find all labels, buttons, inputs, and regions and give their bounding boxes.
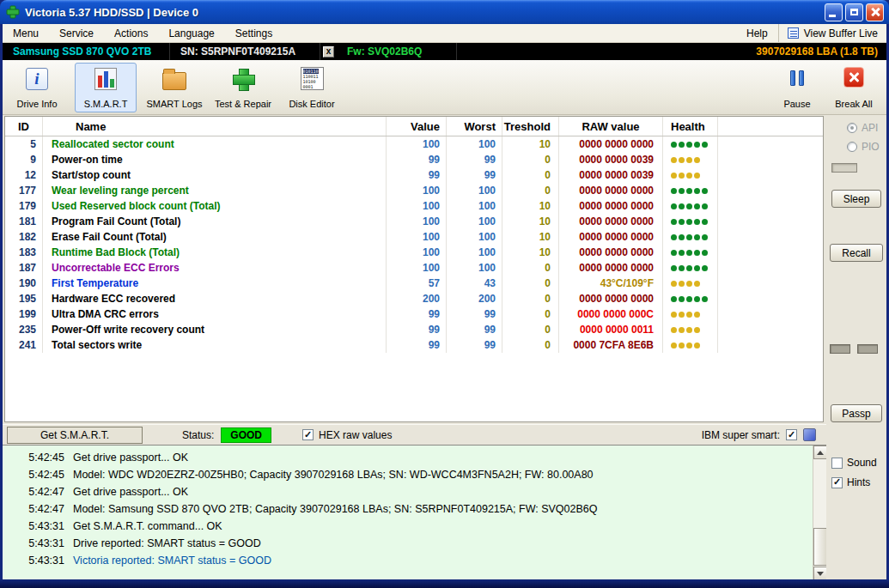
health-dot [694,327,700,333]
cell-filler [718,152,823,167]
table-row[interactable]: 12Start/stop count999900000 0000 0039 [5,167,823,183]
table-row[interactable]: 183Runtime Bad Block (Total)100100100000… [5,245,823,260]
test-repair-button[interactable]: Test & Repair [212,63,274,112]
pio-radio[interactable]: PIO [847,141,880,153]
smart-logs-button[interactable]: SMART Logs [143,63,205,112]
table-row[interactable]: 235Power-Off write recovery count9999000… [5,322,823,337]
table-row[interactable]: 187Uncorrectable ECC Errors10010000000 0… [5,260,823,276]
ibm-super-smart-row[interactable]: IBM super smart: [702,428,816,441]
hex-raw-values-row[interactable]: HEX raw values [302,429,392,441]
recall-button[interactable]: Recall [830,244,883,262]
health-dot [679,327,685,333]
cell-name: Hardware ECC recovered [43,291,387,306]
log-timestamp: 5:42:45 [3,452,64,464]
scroll-down-button[interactable] [813,567,826,579]
ibm-super-smart-checkbox[interactable] [786,429,797,440]
close-button[interactable] [866,3,884,21]
cell-worst: 100 [447,260,502,276]
health-dot [679,312,685,318]
health-dot [702,234,708,240]
menu-item-settings[interactable]: Settings [225,25,283,42]
info-panel-icon: i [26,68,48,90]
cell-value: 100 [387,245,447,260]
hex-raw-values-checkbox[interactable] [302,429,314,440]
disk-editor-button[interactable]: 010110110011101000001 Disk Editor [281,63,343,112]
mini-button-left[interactable] [830,344,850,354]
cell-name: Power-Off write recovery count [43,322,387,337]
api-radio-icon[interactable] [847,123,857,133]
test-repair-label: Test & Repair [215,99,271,109]
pio-radio-icon[interactable] [847,142,857,152]
scrollbar-thumb[interactable] [813,528,826,566]
sleep-button[interactable]: Sleep [831,190,881,208]
minimize-button[interactable] [825,3,843,21]
view-buffer-live-button[interactable]: View Buffer Live [778,24,886,42]
device-bar: Samsung SSD 870 QVO 2TB SN: S5RPNF0T4092… [3,43,886,60]
ibm-indicator[interactable] [803,428,816,441]
scroll-up-button[interactable] [813,446,826,459]
sound-label: Sound [847,457,877,469]
api-radio[interactable]: API [847,122,878,134]
health-dot [694,250,700,256]
bar-chart-icon [94,68,117,90]
table-row[interactable]: 199Ultra DMA CRC errors999900000 0000 00… [5,306,823,322]
hints-checkbox[interactable] [831,477,843,488]
title-bar[interactable]: Victoria 5.37 HDD/SSD | Device 0 [0,0,889,24]
maximize-button[interactable] [845,3,863,21]
health-dot [686,173,692,179]
table-row[interactable]: 5Reallocated sector count100100100000 00… [5,136,823,152]
column-header-worst[interactable]: Worst [447,117,502,136]
log-timestamp: 5:43:31 [3,537,64,549]
menu-item-help[interactable]: Help [736,25,778,42]
health-dot [686,250,692,256]
device-close-button[interactable]: x [323,46,334,58]
cell-name: Erase Fail Count (Total) [43,229,387,245]
passp-button[interactable]: Passp [831,404,882,422]
sound-checkbox-row[interactable]: Sound [831,457,877,469]
health-dot [694,188,700,194]
column-header-value[interactable]: Value [387,117,447,136]
table-row[interactable]: 177Wear leveling range percent1001000000… [5,183,823,198]
break-all-button[interactable]: Break All [826,63,881,112]
drive-info-button[interactable]: i Drive Info [6,63,68,112]
hints-checkbox-row[interactable]: Hints [831,476,870,488]
cell-filler [718,306,823,322]
log-line: 5:42:47Get drive passport... OK [3,483,826,500]
table-row[interactable]: 190First Temperature5743043°C/109°F [5,276,823,291]
column-header-name[interactable]: Name [43,117,387,136]
smart-button[interactable]: S.M.A.R.T [75,63,137,112]
cell-worst: 200 [447,291,502,306]
table-row[interactable]: 241Total sectors write999900000 7CFA 8E6… [5,337,823,353]
health-dot [679,342,685,349]
menu-item-menu[interactable]: Menu [3,25,49,42]
menu-item-service[interactable]: Service [49,25,104,42]
cell-raw: 0000 0000 0000 [559,183,663,198]
column-header-treshold[interactable]: Treshold [502,117,559,136]
column-header-raw[interactable]: RAW value [559,117,663,136]
pause-button[interactable]: Pause [775,63,819,112]
status-badge: GOOD [221,427,271,443]
health-dot [702,188,708,194]
table-row[interactable]: 182Erase Fail Count (Total)100100100000 … [5,229,823,245]
log-scrollbar[interactable] [813,446,826,579]
table-row[interactable]: 179Used Reserved block count (Total)1001… [5,198,823,214]
cell-id: 187 [5,260,43,276]
menu-item-language[interactable]: Language [158,25,224,42]
mini-button-right[interactable] [857,344,878,354]
menu-item-actions[interactable]: Actions [104,25,158,42]
column-header-health[interactable]: Health [663,117,718,136]
cell-worst: 100 [447,229,502,245]
table-row[interactable]: 9Power-on time999900000 0000 0039 [5,152,823,167]
disk-editor-label: Disk Editor [289,99,334,109]
health-dot [679,188,685,194]
cell-filler [718,291,823,306]
health-dot [671,327,677,333]
scroll-down-icon [817,572,824,576]
table-row[interactable]: 181Program Fail Count (Total)10010010000… [5,214,823,229]
column-header-id[interactable]: ID [5,117,43,136]
table-row[interactable]: 195Hardware ECC recovered20020000000 000… [5,291,823,306]
get-smart-button[interactable]: Get S.M.A.R.T. [7,427,143,444]
health-dot [702,250,708,256]
sound-checkbox[interactable] [831,458,843,469]
device-model[interactable]: Samsung SSD 870 QVO 2TB [3,43,170,60]
